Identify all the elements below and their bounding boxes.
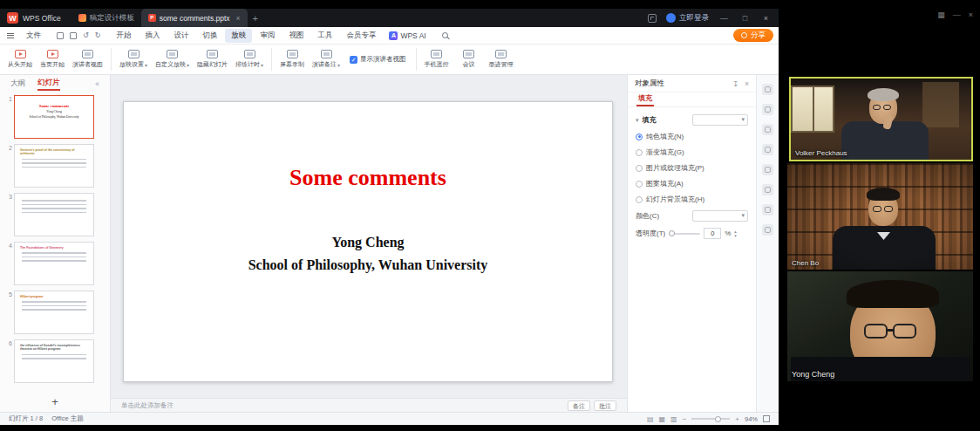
menu-design[interactable]: 设计 <box>167 29 194 43</box>
transparency-label: 透明度(T) <box>636 229 665 238</box>
add-slide-button[interactable]: + <box>51 395 58 408</box>
close-panel-icon[interactable]: × <box>745 79 749 88</box>
slide-thumbnail-2[interactable]: 2 Gentzen's proof of the consistency of … <box>2 144 105 188</box>
slide-thumbnail-6[interactable]: 6 the influence of Goedel's incompletene… <box>2 339 105 383</box>
screen-record-button[interactable]: 屏幕录制 <box>277 49 307 70</box>
play-from-start-button[interactable]: 从头开始 <box>5 49 35 70</box>
navigation-strip-icon[interactable] <box>762 184 773 195</box>
design-strip-icon[interactable] <box>762 124 773 135</box>
rehearse-timing-button[interactable]: 排练计时▾ <box>233 49 266 70</box>
zoom-in-icon[interactable]: + <box>735 415 739 423</box>
layout-grid-icon[interactable]: ▦ <box>937 10 945 19</box>
slide-title[interactable]: Some comments <box>124 102 612 191</box>
menu-slideshow[interactable]: 放映 <box>225 29 252 43</box>
reading-view-icon[interactable]: ▥ <box>670 415 677 423</box>
save-icon[interactable] <box>57 32 64 39</box>
slide-thumbnail-4[interactable]: 4 The Foundations of Geometry <box>2 242 105 285</box>
fill-option-gradient[interactable]: 渐变填充(G) <box>636 147 748 157</box>
section-caret-icon[interactable]: ▾ <box>636 117 639 124</box>
minimize-conference-icon[interactable]: — <box>953 10 961 19</box>
tab-slides[interactable]: 幻灯片 <box>37 78 60 91</box>
normal-view-icon[interactable]: ▤ <box>647 415 654 423</box>
video-tile-yong-cheng[interactable]: Yong Cheng <box>787 271 973 381</box>
undo-icon[interactable]: ↺ <box>83 31 89 39</box>
redo-icon[interactable]: ↻ <box>95 31 101 39</box>
doc-tab-presentation[interactable]: P some comments.pptx × <box>141 9 248 27</box>
slide-thumbnail-3[interactable]: 3 <box>2 193 105 236</box>
menu-view[interactable]: 视图 <box>282 29 310 43</box>
maximize-window-button[interactable]: □ <box>739 14 751 23</box>
show-presenter-view-checkbox[interactable]: ✓ 显示演讲者视图 <box>350 55 406 64</box>
fill-option-solid[interactable]: 纯色填充(N) <box>636 132 748 141</box>
notes-placeholder[interactable]: 单击此处添加备注 <box>121 401 174 410</box>
zoom-slider-thumb[interactable] <box>715 416 721 422</box>
fill-option-picture[interactable]: 图片或纹理填充(P) <box>636 163 748 173</box>
close-window-button[interactable]: × <box>760 14 772 23</box>
menu-home[interactable]: 开始 <box>110 29 137 43</box>
checkbox-checked-icon: ✓ <box>350 56 357 64</box>
animation-strip-icon[interactable] <box>762 104 773 115</box>
slideshow-settings-button[interactable]: 放映设置▾ <box>117 49 150 70</box>
slide-sorter-icon[interactable]: ▦ <box>659 415 666 423</box>
fit-slide-icon[interactable] <box>763 415 770 422</box>
search-icon[interactable] <box>442 32 448 38</box>
print-icon[interactable] <box>70 32 77 39</box>
menu-tools[interactable]: 工具 <box>311 29 338 43</box>
slide-canvas[interactable]: Some comments Yong Cheng School of Philo… <box>111 75 627 398</box>
custom-slideshow-button[interactable]: 自定义放映▾ <box>153 49 192 70</box>
meeting-button[interactable]: 会议 <box>454 49 484 70</box>
slide-thumbnail-1[interactable]: 1 Some comments Yong Cheng School of Phi… <box>2 95 105 139</box>
properties-strip-icon[interactable] <box>762 84 773 95</box>
close-tab-icon[interactable]: × <box>236 14 241 23</box>
video-tile-volker-peckhaus[interactable]: Volker Peckhaus <box>789 77 973 161</box>
thumb-text-line <box>22 159 86 161</box>
slide-thumbnail-5[interactable]: 5 Hilbert program <box>2 291 105 334</box>
radio-selected-icon <box>636 133 643 140</box>
apps-grid-icon[interactable] <box>648 14 657 23</box>
selection-strip-icon[interactable] <box>762 164 773 175</box>
menu-file[interactable]: 文件 <box>20 29 47 43</box>
hide-slide-button[interactable]: 隐藏幻灯片 <box>194 49 230 70</box>
phone-remote-button[interactable]: 手机遥控 <box>422 49 452 70</box>
login-button[interactable]: 立即登录 <box>666 13 709 24</box>
video-tile-chen-bo[interactable]: Chen Bo <box>787 163 973 270</box>
collapse-panel-icon[interactable]: « <box>95 79 99 88</box>
comment-strip-icon[interactable] <box>762 144 773 155</box>
fill-option-pattern[interactable]: 图案填充(A) <box>636 179 748 188</box>
color-dropdown[interactable] <box>692 210 748 222</box>
minimize-window-button[interactable]: — <box>718 14 730 23</box>
hamburger-menu-icon[interactable] <box>7 33 14 38</box>
fill-option-background[interactable]: 幻灯片背景填充(H) <box>636 195 748 204</box>
notes-button[interactable]: 备注 <box>568 400 590 411</box>
comments-button[interactable]: 批注 <box>594 400 616 411</box>
transparency-value[interactable]: 0 <box>704 228 721 239</box>
zoom-slider[interactable] <box>691 418 730 420</box>
play-from-current-button[interactable]: 当页开始 <box>37 49 67 70</box>
tab-fill[interactable]: 填充 <box>636 93 654 106</box>
slider-thumb[interactable] <box>669 230 675 236</box>
ink-manage-button[interactable]: 墨迹管理 <box>487 49 516 70</box>
zoom-level[interactable]: 94% <box>745 415 758 423</box>
close-conference-icon[interactable]: × <box>969 10 973 19</box>
resource-strip-icon[interactable] <box>762 204 773 216</box>
transparency-slider[interactable] <box>669 233 700 235</box>
current-slide[interactable]: Some comments Yong Cheng School of Philo… <box>123 101 613 382</box>
menu-membership[interactable]: 会员专享 <box>340 29 382 43</box>
help-strip-icon[interactable] <box>762 224 773 236</box>
fill-preset-dropdown[interactable] <box>692 114 748 126</box>
zoom-out-icon[interactable]: − <box>683 415 687 423</box>
slide-body[interactable]: Yong Cheng School of Philosophy, Wuhan U… <box>124 231 612 277</box>
presenter-view-button[interactable]: 演讲者视图 <box>70 49 105 70</box>
menu-review[interactable]: 审阅 <box>254 29 281 43</box>
pin-panel-icon[interactable]: ↧ <box>732 79 738 88</box>
share-button[interactable]: 分享 <box>733 29 773 42</box>
step-down-icon[interactable]: ▾ <box>734 234 737 238</box>
menu-transitions[interactable]: 切换 <box>196 29 223 43</box>
new-tab-button[interactable]: + <box>253 13 258 24</box>
speaker-notes-button[interactable]: 演讲备注▾ <box>310 49 343 70</box>
wps-ai-button[interactable]: A WPS AI <box>384 30 431 42</box>
tab-outline[interactable]: 大纲 <box>10 79 25 89</box>
menu-insert[interactable]: 插入 <box>139 29 166 43</box>
doc-tab-templates[interactable]: 稿定设计模板 <box>71 9 141 27</box>
transparency-stepper[interactable]: ▴ ▾ <box>734 229 737 237</box>
